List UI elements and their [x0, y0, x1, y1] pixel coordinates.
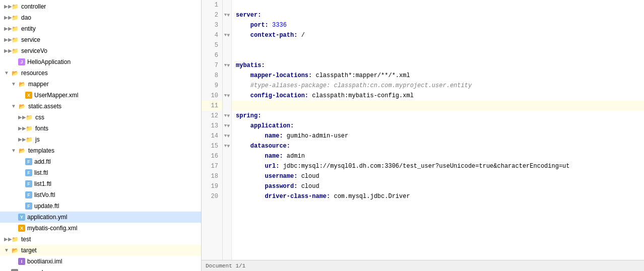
folder-icon — [11, 36, 19, 44]
item-label: mybatis-config.xml — [27, 225, 77, 232]
code-line-5 — [232, 40, 644, 50]
tree-item-resources[interactable]: ▼ resources — [0, 67, 201, 79]
arrow-icon: ▶ — [18, 125, 24, 131]
item-label: listVo.ftl — [34, 191, 55, 198]
tree-item-target[interactable]: ▼ target — [0, 245, 201, 256]
ftl-icon: F — [25, 180, 32, 187]
tree-item-mapper[interactable]: ▼ mapper — [0, 79, 201, 90]
item-label: add.ftl — [34, 158, 51, 165]
code-line-11 — [232, 101, 644, 111]
file-tree[interactable]: ▶ controller ▶ dao ▶ entity ▶ service ▶ … — [0, 0, 202, 271]
fold-14[interactable]: ▼ — [223, 131, 231, 141]
fold-5 — [223, 40, 231, 50]
spacer — [18, 170, 24, 176]
folder-icon — [11, 25, 19, 33]
folder-icon — [11, 14, 19, 22]
line-num-1: 1 — [202, 0, 222, 10]
line-num-2: 2 — [202, 10, 222, 20]
tree-item-list1-ftl[interactable]: F list1.ftl — [0, 178, 201, 189]
tree-item-dao[interactable]: ▶ dao — [0, 12, 201, 23]
fold-7[interactable]: ▼ — [223, 60, 231, 71]
fold-13[interactable]: ▼ — [223, 121, 231, 131]
ftl-icon: F — [25, 158, 32, 165]
tree-item-helloapplication[interactable]: J HelloApplication — [0, 56, 201, 67]
code-line-12: spring: — [232, 111, 644, 121]
tree-item-controller[interactable]: ▶ controller — [0, 1, 201, 12]
folder-icon — [11, 47, 19, 55]
tree-item-css[interactable]: ▶ css — [0, 112, 201, 123]
folder-open-icon — [18, 147, 26, 155]
tree-item-list-ftl[interactable]: F list.ftl — [0, 167, 201, 178]
folder-open-icon — [11, 246, 19, 254]
code-line-14: name: gumiho-admin-user — [232, 131, 644, 141]
tree-item-static-assets[interactable]: ▼ static.assets — [0, 101, 201, 112]
java-icon: J — [18, 58, 25, 65]
item-label: serviceVo — [21, 47, 47, 54]
fold-19 — [223, 181, 231, 191]
yml-icon: Y — [18, 214, 25, 221]
tree-item-usermapper[interactable]: X UserMapper.xml — [0, 90, 201, 101]
code-line-4: context-path: / — [232, 30, 644, 40]
arrow-icon: ▶ — [4, 37, 10, 43]
spacer — [18, 192, 24, 198]
ftl-icon: F — [25, 169, 32, 176]
item-label: test — [21, 236, 31, 243]
spacer — [11, 258, 17, 264]
folder-icon — [25, 124, 33, 132]
tree-item-add-ftl[interactable]: F add.ftl — [0, 156, 201, 167]
fold-15[interactable]: ▼ — [223, 141, 231, 151]
arrow-icon: ▶ — [18, 114, 24, 120]
arrow-icon: ▶ — [4, 26, 10, 32]
arrow-icon: ▶ — [4, 236, 10, 242]
tree-item-bootlianxi-iml[interactable]: I bootlianxi.iml — [0, 256, 201, 267]
tree-item-entity[interactable]: ▶ entity — [0, 23, 201, 34]
code-line-1 — [232, 0, 644, 10]
code-line-17: url: jdbc:mysql://mysql01.dh.com:3306/te… — [232, 161, 644, 171]
code-line-15: datasource: — [232, 141, 644, 151]
tree-item-test[interactable]: ▶ test — [0, 234, 201, 245]
item-label: static.assets — [28, 103, 61, 110]
fold-column: ▼ ▼ ▼ ▼ ▼ ▼ ▼ ▼ — [223, 0, 232, 260]
line-numbers: 1 2 3 4 5 6 7 8 9 10 11 12 13 14 15 16 1… — [202, 0, 223, 260]
fold-12[interactable]: ▼ — [223, 111, 231, 121]
line-num-5: 5 — [202, 40, 222, 50]
code-line-6 — [232, 50, 644, 60]
fold-8 — [223, 71, 231, 81]
tree-item-listvo-ftl[interactable]: F listVo.ftl — [0, 189, 201, 200]
folder-icon — [25, 113, 33, 121]
arrow-icon: ▼ — [11, 81, 17, 87]
arrow-icon: ▼ — [11, 148, 17, 154]
code-line-16: name: admin — [232, 151, 644, 161]
tree-item-pom-xml[interactable]: M pom.xml — [0, 267, 201, 271]
arrow-icon: ▶ — [4, 15, 10, 21]
line-num-17: 17 — [202, 161, 222, 171]
fold-18 — [223, 171, 231, 181]
tree-item-mybatis-config[interactable]: X mybatis-config.xml — [0, 223, 201, 234]
line-num-20: 20 — [202, 191, 222, 201]
arrow-icon: ▼ — [11, 103, 17, 109]
code-editor: 1 2 3 4 5 6 7 8 9 10 11 12 13 14 15 16 1… — [202, 0, 644, 271]
code-line-7: mybatis: — [232, 60, 644, 71]
tree-item-update-ftl[interactable]: F update.ftl — [0, 200, 201, 212]
tree-item-fonts[interactable]: ▶ fonts — [0, 123, 201, 134]
tree-item-application-yml[interactable]: Y application.yml — [0, 212, 201, 223]
fold-4[interactable]: ▼ — [223, 30, 231, 40]
line-num-11: 11 — [202, 101, 222, 111]
tree-item-js[interactable]: ▶ js — [0, 134, 201, 145]
tree-item-templates[interactable]: ▼ templates — [0, 145, 201, 156]
fold-3 — [223, 20, 231, 30]
item-label: HelloApplication — [27, 58, 71, 65]
code-line-8: mapper-locations: classpath*:mapper/**/*… — [232, 71, 644, 81]
line-num-10: 10 — [202, 91, 222, 101]
fold-16 — [223, 151, 231, 161]
item-label: fonts — [35, 125, 48, 132]
tree-item-service[interactable]: ▶ service — [0, 34, 201, 45]
line-num-18: 18 — [202, 171, 222, 181]
arrow-icon: ▶ — [18, 137, 24, 143]
fold-2[interactable]: ▼ — [223, 10, 231, 20]
tree-item-servicevo[interactable]: ▶ serviceVo — [0, 45, 201, 56]
fold-10[interactable]: ▼ — [223, 91, 231, 101]
fold-9 — [223, 81, 231, 91]
item-label: entity — [21, 25, 36, 32]
item-label: controller — [21, 3, 46, 10]
